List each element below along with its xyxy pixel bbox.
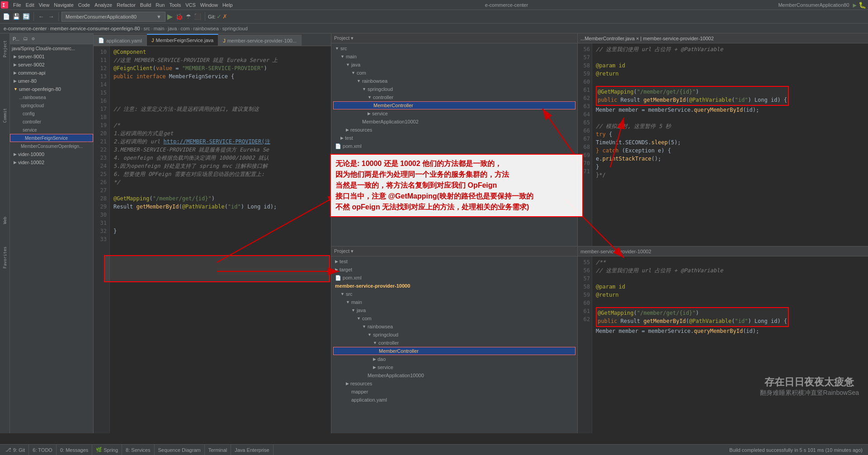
tree-server-9001[interactable]: ▶server-9001 (10, 52, 93, 61)
far-right-code-body[interactable]: // 这里我们使用 url 占位符 + @PathVariable @param… (592, 43, 868, 246)
tree-memberfeign[interactable]: MemberFeignService (10, 134, 93, 142)
save-btn[interactable]: 💾 (12, 12, 21, 21)
tree2-target[interactable]: ▶target (333, 265, 576, 274)
tree-controller2[interactable]: ▼controller (333, 93, 576, 101)
settings-icon[interactable]: ⚙ (32, 36, 35, 42)
menu-view[interactable]: View (37, 2, 52, 8)
tree2-rainbowsea[interactable]: ▼rainbowsea (333, 322, 576, 331)
tree-test2[interactable]: ▶test (333, 134, 576, 142)
coverage-btn[interactable]: ☂ (185, 13, 192, 20)
run-icon[interactable]: ▶ (853, 1, 857, 9)
status-javaee[interactable]: Java Enterprise (231, 445, 273, 455)
menu-edit[interactable]: Edit (24, 2, 37, 8)
tab-provider[interactable]: J member-service-provider-100... (218, 35, 302, 46)
tree-icon[interactable]: 🗂 (23, 36, 28, 42)
run-app-btn[interactable]: ▶ (166, 12, 174, 21)
menu-window[interactable]: Window (198, 2, 220, 8)
tree2-resources[interactable]: ▶resources (333, 379, 576, 388)
tree-root[interactable]: java/Spring Cloud/e-commerc... (10, 44, 93, 52)
tree-membercontroller2[interactable]: MemberController (333, 101, 576, 109)
tree-com[interactable]: ▼com (333, 69, 576, 77)
tree-umer-80[interactable]: ▶umer-80 (10, 77, 93, 85)
status-messages[interactable]: 0: Messages (57, 445, 92, 455)
favorites-icon-btn[interactable]: Favorites (0, 251, 9, 264)
breadcrumb-root[interactable]: e-commerce-center (4, 26, 47, 31)
tree-config[interactable]: config (10, 109, 93, 118)
tree-service2[interactable]: ▶service (333, 109, 576, 118)
menu-file[interactable]: File (11, 2, 24, 8)
refresh-btn[interactable]: 🔄 (22, 12, 31, 21)
web-icon-btn[interactable]: Web (0, 213, 9, 227)
tree2-yaml[interactable]: application.yaml (333, 396, 576, 404)
tree2-pom[interactable]: 📄 pom.xml (333, 274, 576, 282)
tree2-memberapplication[interactable]: MemberApplication10000 (333, 371, 576, 379)
tree-common-api[interactable]: ▶common-api (10, 69, 93, 77)
tree-springcloud[interactable]: springcloud (10, 101, 93, 109)
git-x-btn[interactable]: ✗ (222, 13, 227, 20)
tree2-mapper[interactable]: mapper (333, 388, 576, 396)
tab-yaml[interactable]: 📄 application.yaml (94, 35, 147, 46)
tree2-controller[interactable]: ▼controller (333, 339, 576, 347)
tree2-src[interactable]: ▼src (333, 290, 576, 298)
debug-app-btn[interactable]: 🐞 (175, 13, 184, 20)
tree2-com[interactable]: ▼com (333, 314, 576, 322)
debug-icon[interactable]: 🐛 (859, 1, 866, 9)
new-file-btn[interactable]: 📄 (2, 12, 11, 21)
menu-tools[interactable]: Tools (167, 2, 183, 8)
tree2-service[interactable]: ▶service (333, 363, 576, 371)
tree2-main[interactable]: ▼main (333, 298, 576, 306)
tree-server-9002[interactable]: ▶server-9002 (10, 61, 93, 69)
tree-provider-10002[interactable]: ▶vider-10002 (10, 158, 93, 166)
breadcrumb-2[interactable]: src (143, 26, 150, 31)
menu-build[interactable]: Build (138, 2, 153, 8)
run-config-selector[interactable]: MemberConsumerApplication80 ▼ (61, 12, 165, 22)
menu-refactor[interactable]: Refactor (114, 2, 138, 8)
status-spring[interactable]: 🌿 Spring (92, 445, 122, 455)
tree-memberapplication[interactable]: MemberApplication10002 (333, 118, 576, 126)
project-icon-btn[interactable]: Project (0, 35, 9, 62)
menu-run[interactable]: Run (153, 2, 167, 8)
tree-pom2[interactable]: 📄 pom.xml (333, 142, 576, 150)
tree-rainbowsea[interactable]: ...rainbowsea (10, 93, 93, 101)
tree-java[interactable]: ▼java (333, 61, 576, 69)
stop-btn[interactable]: ⬛ (193, 13, 202, 20)
tree2-springcloud[interactable]: ▼springcloud (333, 331, 576, 339)
tree-main[interactable]: ▼main (333, 52, 576, 61)
breadcrumb-1[interactable]: member-service-consumer-openfeign-80 (50, 26, 140, 31)
breadcrumb-5[interactable]: com (180, 26, 190, 31)
code-body[interactable]: @Component //这里 MEMBER-SERVICE-PROVIDER … (110, 46, 331, 433)
tab-memberfeign[interactable]: J MemberFeignService.java (147, 34, 218, 46)
status-seqdiag[interactable]: Sequence Diagram (155, 445, 205, 455)
menu-code[interactable]: Code (76, 2, 92, 8)
menu-analyze[interactable]: Analyze (92, 2, 114, 8)
breadcrumb-3[interactable]: main (154, 26, 165, 31)
tree-memberconsumer[interactable]: MemberConsumerOpenfeign... (10, 142, 93, 150)
menu-navigate[interactable]: Navigate (52, 2, 75, 8)
tree-src[interactable]: ▼src (333, 44, 576, 52)
tree-springcloud2[interactable]: ▼springcloud (333, 85, 576, 93)
breadcrumb-4[interactable]: java (168, 26, 177, 31)
forward-btn[interactable]: → (47, 12, 56, 21)
tree-rainbowsea2[interactable]: ▼rainbowsea (333, 77, 576, 85)
tree2-membercontroller[interactable]: MemberController (333, 347, 576, 355)
status-services[interactable]: 8: Services (122, 445, 154, 455)
breadcrumb-7[interactable]: springcloud (222, 26, 248, 31)
commit-icon-btn[interactable]: Commit (0, 109, 9, 122)
tree-controller[interactable]: controller (10, 118, 93, 126)
menu-vcs[interactable]: VCS (183, 2, 198, 8)
breadcrumb-6[interactable]: rainbowsea (193, 26, 219, 31)
status-git[interactable]: ⎇ 9: Git (2, 445, 29, 455)
tree-service[interactable]: service (10, 126, 93, 134)
menu-help[interactable]: Help (220, 2, 235, 8)
status-terminal[interactable]: Terminal (205, 445, 231, 455)
tree2-java[interactable]: ▼java (333, 306, 576, 314)
tree-resources2[interactable]: ▶resources (333, 126, 576, 134)
back-btn[interactable]: ← (37, 12, 46, 21)
tree2-test[interactable]: ▶test (333, 257, 576, 265)
tree-openfeign-80[interactable]: ▼umer-openfeign-80 (10, 85, 93, 93)
tree2-provider10000[interactable]: member-service-provider-10000 (333, 282, 576, 290)
tree-provider-10000[interactable]: ▶vider-10000 (10, 150, 93, 158)
status-todo[interactable]: 6: TODO (29, 445, 57, 455)
far-right-bottom-body[interactable]: /** // 这里我们使用 url 占位符 + @PathVariable @p… (592, 256, 868, 433)
git-commit-btn[interactable]: ✓ (217, 13, 222, 20)
